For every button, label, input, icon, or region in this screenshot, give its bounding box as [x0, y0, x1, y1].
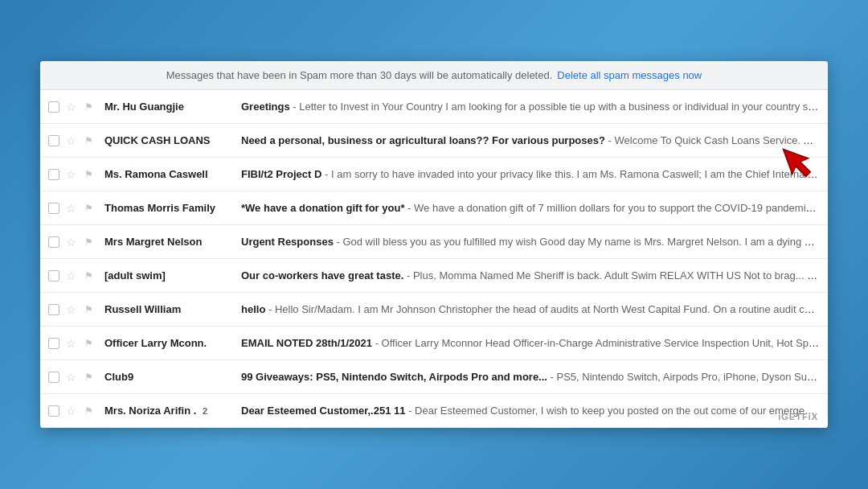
row-checkbox[interactable]	[48, 236, 59, 248]
email-subject: Dear Esteemed Customer,.251 11	[241, 405, 406, 417]
email-preview: Need a personal, business or agricultura…	[241, 134, 820, 146]
email-sender: [adult swim]	[104, 269, 241, 281]
row-checkbox[interactable]	[48, 203, 59, 214]
star-icon[interactable]: ☆	[64, 303, 77, 316]
email-row[interactable]: ☆ ⚑ Club9 99 Giveaways: PS5, Nintendo Sw…	[40, 360, 828, 394]
email-preview: Greetings - Letter to Invest in Your Cou…	[241, 101, 820, 113]
email-subject: Our co-workers have great taste.	[241, 269, 403, 281]
star-icon[interactable]: ☆	[64, 202, 77, 215]
spam-icon[interactable]: ⚑	[82, 304, 95, 315]
email-preview: Our co-workers have great taste. - Plus,…	[241, 269, 820, 281]
email-row[interactable]: ☆ ⚑ Thomas Morris Family *We have a dona…	[40, 191, 828, 225]
delete-spam-link[interactable]: Delete all spam messages now	[557, 69, 702, 81]
email-snippet: - Welcome To Quick Cash Loans Service. A…	[608, 134, 820, 146]
spam-banner-message: Messages that have been in Spam more tha…	[166, 69, 553, 81]
email-snippet: - Letter to Invest in Your Country I am …	[293, 101, 820, 113]
star-icon[interactable]: ☆	[64, 337, 77, 350]
row-checkbox[interactable]	[48, 304, 59, 315]
email-sender: Russell William	[104, 303, 241, 315]
star-icon[interactable]: ☆	[64, 405, 77, 417]
email-sender: QUICK CASH LOANS	[104, 134, 241, 146]
email-subject: EMAIL NOTED 28th/1/2021	[241, 337, 372, 349]
star-icon[interactable]: ☆	[64, 101, 77, 113]
email-snippet: - Dear Esteemed Customer, I wish to keep…	[408, 405, 820, 417]
row-controls: ☆ ⚑	[48, 269, 104, 282]
row-checkbox[interactable]	[48, 135, 59, 146]
email-preview: 99 Giveaways: PS5, Nintendo Switch, Airp…	[241, 371, 820, 383]
email-subject: Urgent Responses	[241, 236, 334, 248]
email-preview: Dear Esteemed Customer,.251 11 - Dear Es…	[241, 405, 820, 417]
email-sender: Club9	[104, 371, 241, 383]
spam-icon[interactable]: ⚑	[82, 236, 95, 248]
row-controls: ☆ ⚑	[48, 168, 104, 181]
email-preview: EMAIL NOTED 28th/1/2021 - Officer Larry …	[241, 337, 820, 349]
email-snippet: - Officer Larry Mconnor Head Officer-in-…	[375, 337, 820, 349]
row-controls: ☆ ⚑	[48, 371, 104, 384]
star-icon[interactable]: ☆	[64, 371, 77, 384]
email-snippet: - God will bless you as you fulfilled my…	[337, 236, 821, 248]
email-snippet: - I am sorry to have invaded into your p…	[325, 168, 820, 180]
email-row[interactable]: ☆ ⚑ Russell William hello - Hello Sir/Ma…	[40, 293, 828, 327]
email-snippet: - Plus, Momma Named Me Sheriff is back. …	[407, 269, 820, 281]
email-sender: Mrs. Noriza Arifin . 2	[104, 405, 241, 417]
email-snippet: - PS5, Nintendo Switch, Airpods Pro, iPh…	[551, 371, 820, 383]
email-row[interactable]: ☆ ⚑ Mr. Hu Guangjie Greetings - Letter t…	[40, 90, 828, 124]
email-preview: *We have a donation gift for you* - We h…	[241, 202, 820, 214]
spam-banner: Messages that have been in Spam more tha…	[40, 61, 828, 90]
email-sender: Mrs Margret Nelson	[104, 236, 241, 248]
row-controls: ☆ ⚑	[48, 303, 104, 316]
email-row[interactable]: ☆ ⚑ [adult swim] Our co-workers have gre…	[40, 259, 828, 293]
row-controls: ☆ ⚑	[48, 202, 104, 215]
row-controls: ☆ ⚑	[48, 337, 104, 350]
star-icon[interactable]: ☆	[64, 269, 77, 282]
email-row[interactable]: ☆ ⚑ Mrs. Noriza Arifin . 2 Dear Esteemed…	[40, 394, 828, 428]
spam-icon[interactable]: ⚑	[82, 203, 95, 214]
spam-icon[interactable]: ⚑	[82, 270, 95, 281]
email-preview: FIBI/t2 Project D - I am sorry to have i…	[241, 168, 820, 180]
row-checkbox[interactable]	[48, 405, 59, 417]
spam-icon[interactable]: ⚑	[82, 405, 95, 417]
email-subject: FIBI/t2 Project D	[241, 168, 321, 180]
email-sender: Officer Larry Mconn.	[104, 337, 241, 349]
row-checkbox[interactable]	[48, 372, 59, 383]
email-sender: Ms. Ramona Caswell	[104, 168, 241, 180]
email-snippet: - We have a donation gift of 7 million d…	[407, 202, 820, 214]
row-controls: ☆ ⚑	[48, 405, 104, 417]
email-subject: Greetings	[241, 101, 290, 113]
email-row[interactable]: ☆ ⚑ Mrs Margret Nelson Urgent Responses …	[40, 225, 828, 259]
email-snippet: - Hello Sir/Madam. I am Mr Johnson Chris…	[268, 303, 820, 315]
row-checkbox[interactable]	[48, 270, 59, 281]
email-row[interactable]: ☆ ⚑ Officer Larry Mconn. EMAIL NOTED 28t…	[40, 327, 828, 360]
star-icon[interactable]: ☆	[64, 168, 77, 181]
spam-icon[interactable]: ⚑	[82, 101, 95, 113]
spam-icon[interactable]: ⚑	[82, 135, 95, 146]
email-subject: hello	[241, 303, 265, 315]
email-row[interactable]: ☆ ⚑ QUICK CASH LOANS Need a personal, bu…	[40, 124, 828, 158]
email-sender: Thomas Morris Family	[104, 202, 241, 214]
email-preview: Urgent Responses - God will bless you as…	[241, 236, 820, 248]
spam-icon[interactable]: ⚑	[82, 372, 95, 383]
star-icon[interactable]: ☆	[64, 236, 77, 249]
spam-icon[interactable]: ⚑	[82, 338, 95, 349]
row-checkbox[interactable]	[48, 338, 59, 349]
spam-icon[interactable]: ⚑	[82, 169, 95, 180]
email-subject: 99 Giveaways: PS5, Nintendo Switch, Airp…	[241, 371, 547, 383]
row-checkbox[interactable]	[48, 169, 59, 180]
row-controls: ☆ ⚑	[48, 134, 104, 147]
row-controls: ☆ ⚑	[48, 236, 104, 249]
row-controls: ☆ ⚑	[48, 101, 104, 113]
row-checkbox[interactable]	[48, 101, 59, 113]
email-preview: hello - Hello Sir/Madam. I am Mr Johnson…	[241, 303, 820, 315]
star-icon[interactable]: ☆	[64, 134, 77, 147]
email-row[interactable]: ☆ ⚑ Ms. Ramona Caswell FIBI/t2 Project D…	[40, 158, 828, 191]
email-list: ☆ ⚑ Mr. Hu Guangjie Greetings - Letter t…	[40, 90, 828, 428]
watermark: iGETFiX	[778, 412, 818, 421]
email-panel: Messages that have been in Spam more tha…	[40, 61, 828, 428]
email-subject: Need a personal, business or agricultura…	[241, 134, 605, 146]
email-subject: *We have a donation gift for you*	[241, 202, 404, 214]
email-sender: Mr. Hu Guangjie	[104, 101, 241, 113]
